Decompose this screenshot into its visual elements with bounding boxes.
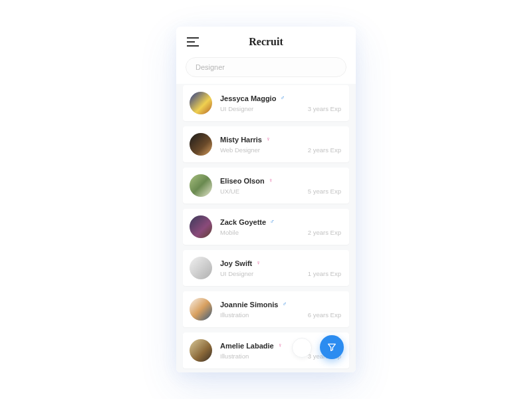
gender-icon: ♂ [270,219,275,225]
candidate-exp: 5 years Exp [308,188,341,195]
candidate-info: Joy Swift ♀ UI Designer 1 years Exp [220,259,341,277]
candidate-role: Illustration [220,311,249,319]
avatar [190,298,212,321]
candidate-role: UI Designer [220,270,253,277]
candidate-role: UI Designer [220,105,253,112]
candidate-name: Jessyca Maggio [220,94,276,102]
secondary-fab[interactable] [292,338,312,358]
gender-icon: ♀ [266,136,271,142]
search-input[interactable]: Designer [186,57,346,77]
candidate-name: Misty Harris [220,136,262,144]
candidate-role: Web Designer [220,146,260,154]
app-frame: Recruit Designer Jessyca Maggio ♂ UI Des… [176,27,356,372]
list-item[interactable]: Jessyca Maggio ♂ UI Designer 3 years Exp [183,85,349,121]
app-title: Recruit [187,36,345,48]
filter-button[interactable] [320,335,344,359]
header: Recruit [176,27,356,55]
search-value: Designer [196,63,225,71]
candidate-info: Zack Goyette ♂ Mobile 2 years Exp [220,218,341,236]
list-item[interactable]: Joannie Simonis ♂ Illustration 6 years E… [183,291,349,327]
list-item[interactable]: Eliseo Olson ♀ UX/UE 5 years Exp [183,168,349,203]
gender-icon: ♀ [256,260,261,266]
avatar [190,92,212,114]
candidate-name: Joy Swift [220,259,252,267]
avatar [190,133,212,156]
candidate-info: Eliseo Olson ♀ UX/UE 5 years Exp [220,177,341,195]
candidate-info: Joannie Simonis ♂ Illustration 6 years E… [220,301,341,319]
gender-icon: ♀ [278,342,283,348]
candidate-name: Joannie Simonis [220,301,278,309]
candidate-exp: 2 years Exp [308,229,341,236]
avatar [190,339,212,362]
candidate-info: Misty Harris ♀ Web Designer 2 years Exp [220,136,341,154]
candidate-exp: 2 years Exp [308,146,341,154]
gender-icon: ♂ [280,95,285,101]
avatar [190,174,212,197]
candidate-exp: 1 years Exp [308,270,341,277]
candidate-info: Jessyca Maggio ♂ UI Designer 3 years Exp [220,94,341,112]
candidate-list[interactable]: Jessyca Maggio ♂ UI Designer 3 years Exp… [176,84,356,372]
gender-icon: ♀ [269,178,273,184]
candidate-exp: 6 years Exp [308,311,341,319]
candidate-exp: 3 years Exp [308,105,341,112]
candidate-role: Illustration [220,352,249,360]
search-wrap: Designer [176,55,356,84]
list-item[interactable]: Misty Harris ♀ Web Designer 2 years Exp [183,126,349,162]
candidate-role: UX/UE [220,188,239,195]
candidate-name: Amelie Labadie [220,342,274,350]
list-item[interactable]: Joy Swift ♀ UI Designer 1 years Exp [183,250,349,286]
candidate-name: Zack Goyette [220,218,266,226]
avatar [190,215,212,238]
candidate-role: Mobile [220,229,239,236]
gender-icon: ♂ [282,301,287,307]
list-item[interactable]: Zack Goyette ♂ Mobile 2 years Exp [183,209,349,245]
avatar [190,257,212,279]
filter-icon [327,342,337,352]
candidate-name: Eliseo Olson [220,177,265,185]
